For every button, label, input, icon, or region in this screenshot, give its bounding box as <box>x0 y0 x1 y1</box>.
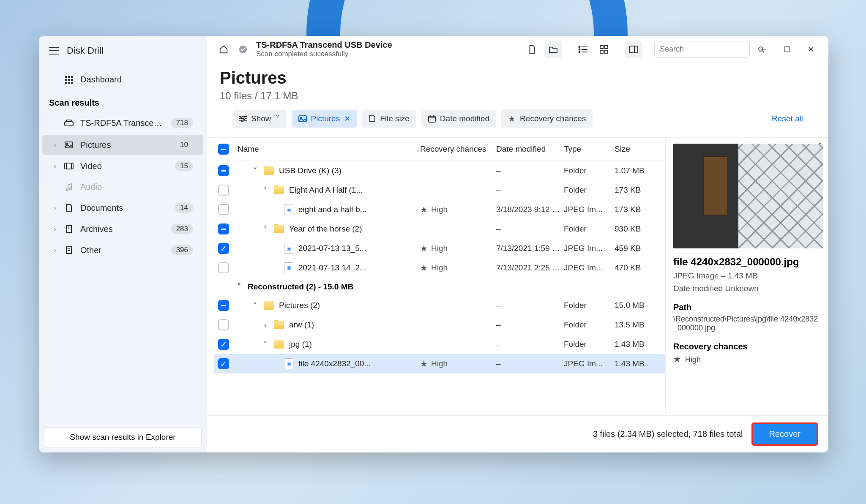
svg-rect-3 <box>65 79 67 81</box>
table-row[interactable]: ›arw (1)–Folder13.5 MB <box>214 315 665 335</box>
chevron-down-icon[interactable]: ˅ <box>236 282 243 292</box>
col-name[interactable]: Name↓ <box>238 144 420 154</box>
row-checkbox[interactable]: ✓ <box>218 339 229 350</box>
expand-toggle-icon[interactable]: ˅ <box>252 301 259 311</box>
minimize-button[interactable]: ─ <box>753 41 773 58</box>
close-button[interactable]: ✕ <box>800 41 821 58</box>
star-icon: ★ <box>420 359 428 369</box>
expand-toggle-icon[interactable]: ˅ <box>262 340 269 349</box>
col-size[interactable]: Size <box>615 144 661 154</box>
row-checkbox[interactable] <box>218 165 229 176</box>
col-recovery[interactable]: Recovery chances <box>420 144 496 154</box>
status-check-icon <box>238 45 248 54</box>
col-type[interactable]: Type <box>564 144 615 154</box>
chevron-right-icon: › <box>52 226 57 232</box>
preview-path-label: Path <box>673 302 821 312</box>
sidebar-item-video[interactable]: ›Video15 <box>42 156 203 176</box>
recover-button[interactable]: Recover <box>751 422 818 446</box>
svg-point-25 <box>579 49 580 50</box>
file-size-filter-button[interactable]: File size <box>362 110 416 128</box>
row-date: – <box>496 185 564 195</box>
row-size: 13.5 MB <box>615 320 661 330</box>
svg-point-27 <box>579 51 580 52</box>
other-icon <box>64 245 74 255</box>
table-row[interactable]: ✓▣2021-07-13 13_5...★High7/13/2021 1:59 … <box>214 239 665 258</box>
preview-thumbnail <box>673 144 823 248</box>
drive-icon <box>64 118 74 128</box>
group-label: Reconstructed (2) - 15.0 MB <box>248 282 353 292</box>
svg-point-16 <box>70 188 72 190</box>
search-input[interactable] <box>660 45 758 54</box>
table-row[interactable]: ▣eight and a half b...★High3/18/2023 9:1… <box>214 200 665 219</box>
page-header: Pictures 10 files / 17.1 MB Show ˅ Pictu… <box>207 63 828 138</box>
preview-path-value: \Reconstructed\Pictures\jpg\file 4240x28… <box>673 315 821 332</box>
row-checkbox[interactable] <box>218 300 229 311</box>
row-date: – <box>496 166 564 175</box>
sidebar-item-documents[interactable]: ›Documents14 <box>42 198 203 218</box>
expand-toggle-icon[interactable]: ˅ <box>252 166 259 176</box>
row-checkbox[interactable] <box>218 204 229 215</box>
svg-rect-8 <box>71 82 73 84</box>
search-box[interactable] <box>654 41 750 58</box>
table-row[interactable]: ✓▣file 4240x2832_00...★High–JPEG Im...1.… <box>214 354 665 373</box>
reset-all-link[interactable]: Reset all <box>772 114 803 123</box>
preview-date: Date modified Unknown <box>673 284 821 293</box>
table-row[interactable]: ˅Eight And A Half (1...–Folder173 KB <box>214 180 665 200</box>
expand-toggle-icon[interactable]: ˅ <box>262 224 269 234</box>
date-filter-button[interactable]: Date modified <box>421 110 496 128</box>
sidebar-device[interactable]: TS-RDF5A Transcend US... 718 <box>42 113 203 133</box>
clear-filter-icon[interactable]: ✕ <box>344 114 350 123</box>
svg-point-41 <box>243 118 245 120</box>
show-in-explorer-button[interactable]: Show scan results in Explorer <box>44 427 202 447</box>
col-date[interactable]: Date modified <box>496 144 564 154</box>
row-checkbox[interactable] <box>218 185 229 196</box>
hamburger-menu-icon[interactable] <box>49 47 59 54</box>
grid-view-button[interactable] <box>595 41 613 58</box>
svg-rect-45 <box>429 116 435 122</box>
sidebar-item-audio[interactable]: Audio <box>42 177 203 197</box>
home-button[interactable] <box>215 41 232 58</box>
row-checkbox[interactable] <box>218 223 229 234</box>
folder-view-button[interactable] <box>544 41 562 58</box>
show-filter-button[interactable]: Show ˅ <box>232 110 287 128</box>
svg-rect-5 <box>71 79 73 81</box>
row-type: Folder <box>564 340 615 349</box>
svg-rect-6 <box>65 82 67 84</box>
pictures-filter-chip[interactable]: Pictures ✕ <box>292 110 358 128</box>
table-row[interactable]: ˅USB Drive (K) (3)–Folder1.07 MB <box>214 161 665 180</box>
row-checkbox[interactable]: ✓ <box>218 243 229 254</box>
panel-toggle-button[interactable] <box>625 41 642 58</box>
row-date: – <box>496 359 564 368</box>
table-row[interactable]: ✓˅jpg (1)–Folder1.43 MB <box>214 335 665 354</box>
list-view-button[interactable] <box>574 41 592 58</box>
table-row[interactable]: ˅Pictures (2)–Folder15.0 MB <box>214 296 665 315</box>
row-checkbox[interactable] <box>218 262 229 273</box>
chevron-right-icon: › <box>52 142 57 148</box>
recovery-filter-button[interactable]: ★ Recovery chances <box>501 109 593 128</box>
sidebar-item-other[interactable]: ›Other396 <box>42 240 203 260</box>
sidebar-device-label: TS-RDF5A Transcend US... <box>80 118 164 128</box>
sidebar-dashboard[interactable]: Dashboard <box>42 70 203 90</box>
svg-rect-29 <box>600 46 603 49</box>
row-size: 173 KB <box>615 185 661 195</box>
row-checkbox[interactable] <box>218 319 229 330</box>
svg-rect-30 <box>605 46 608 49</box>
audio-icon <box>64 183 74 192</box>
row-name: Pictures (2) <box>279 301 320 310</box>
row-type: JPEG Im... <box>564 244 615 253</box>
expand-toggle-icon[interactable]: › <box>262 320 269 330</box>
select-all-checkbox[interactable] <box>218 144 229 155</box>
row-checkbox[interactable]: ✓ <box>218 358 229 369</box>
table-group-row[interactable]: ˅Reconstructed (2) - 15.0 MB <box>214 278 665 296</box>
maximize-button[interactable]: ☐ <box>777 41 797 58</box>
doc-view-button[interactable] <box>523 41 541 58</box>
star-icon: ★ <box>420 243 428 253</box>
row-type: JPEG Im... <box>564 263 615 272</box>
sidebar-item-pictures[interactable]: ›Pictures10 <box>42 135 203 155</box>
table-row[interactable]: ˅Year of the horse (2)–Folder930 KB <box>214 219 665 239</box>
sidebar-item-archives[interactable]: ›Archives283 <box>42 219 203 239</box>
expand-toggle-icon[interactable]: ˅ <box>262 185 269 195</box>
table-row[interactable]: ▣2021-07-13 14_2...★High7/13/2021 2:25 P… <box>214 258 665 278</box>
preview-meta: JPEG Image – 1.43 MB <box>673 271 821 281</box>
folder-icon <box>264 301 274 310</box>
